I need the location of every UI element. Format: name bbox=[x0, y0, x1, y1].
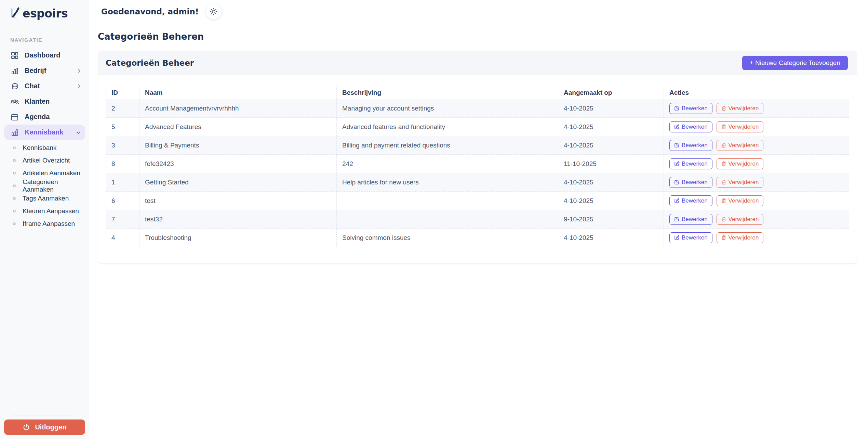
cell-beschrijving: Help articles for new users bbox=[337, 173, 558, 192]
sidebar-item-label: Klanten bbox=[25, 98, 50, 105]
delete-button[interactable]: Verwijderen bbox=[717, 103, 764, 114]
submenu-item-tags-aanmaken[interactable]: Tags Aanmaken bbox=[0, 192, 89, 205]
submenu-item-artikel-overzicht[interactable]: Artikel Overzicht bbox=[0, 154, 89, 167]
calendar-icon bbox=[10, 113, 19, 121]
bullet-icon bbox=[13, 222, 16, 225]
edit-button[interactable]: Bewerken bbox=[669, 158, 712, 169]
cell-aangemaakt-op: 4-10-2025 bbox=[558, 136, 664, 155]
cell-acties: Bewerken Verwijdere bbox=[664, 173, 849, 192]
cell-aangemaakt-op: 9-10-2025 bbox=[558, 210, 664, 229]
add-category-button[interactable]: + Nieuwe Categorie Toevoegen bbox=[742, 56, 848, 70]
cell-id: 8 bbox=[106, 155, 139, 173]
card-header: Categorieën Beheer + Nieuwe Categorie To… bbox=[98, 51, 857, 75]
cell-acties: Bewerken Verwijdere bbox=[664, 192, 849, 210]
delete-button[interactable]: Verwijderen bbox=[717, 232, 764, 243]
cell-aangemaakt-op: 4-10-2025 bbox=[558, 229, 664, 247]
edit-button[interactable]: Bewerken bbox=[669, 121, 712, 132]
table-row: 4 Troubleshooting Solving common issues … bbox=[106, 229, 849, 247]
chat-icon bbox=[10, 82, 19, 91]
column-header-aangemaakt-op: Aangemaakt op bbox=[558, 86, 664, 99]
delete-button[interactable]: Verwijderen bbox=[717, 121, 764, 132]
bullet-icon bbox=[13, 197, 16, 200]
delete-button[interactable]: Verwijderen bbox=[717, 140, 764, 151]
card-title: Categorieën Beheer bbox=[106, 59, 194, 67]
edit-pencil-icon bbox=[674, 217, 679, 222]
cell-acties: Bewerken Verwijdere bbox=[664, 155, 849, 173]
cell-aangemaakt-op: 11-10-2025 bbox=[558, 155, 664, 173]
edit-pencil-icon bbox=[674, 235, 679, 240]
submenu-item-artikelen-aanmaken[interactable]: Artikelen Aanmaken bbox=[0, 167, 89, 179]
edit-button[interactable]: Bewerken bbox=[669, 195, 712, 206]
cell-beschrijving: Managing your account settings bbox=[337, 99, 558, 118]
brand-name: espoirs bbox=[23, 7, 68, 20]
edit-button[interactable]: Bewerken bbox=[669, 232, 712, 243]
trash-icon bbox=[721, 198, 726, 203]
delete-button[interactable]: Verwijderen bbox=[717, 195, 764, 206]
delete-button[interactable]: Verwijderen bbox=[717, 158, 764, 169]
cell-beschrijving bbox=[337, 210, 558, 229]
trash-icon bbox=[721, 124, 726, 129]
cell-aangemaakt-op: 4-10-2025 bbox=[558, 173, 664, 192]
edit-button[interactable]: Bewerken bbox=[669, 103, 712, 114]
brand-logo[interactable]: espoirs bbox=[0, 0, 89, 21]
table-row: 3 Billing & Payments Billing and payment… bbox=[106, 136, 849, 155]
cell-beschrijving: Advanced features and functionality bbox=[337, 118, 558, 136]
cell-naam: test32 bbox=[139, 210, 337, 229]
bullet-icon bbox=[13, 184, 16, 187]
trash-icon bbox=[721, 143, 726, 148]
edit-pencil-icon bbox=[674, 198, 679, 203]
table-row: 5 Advanced Features Advanced features an… bbox=[106, 118, 849, 136]
edit-button[interactable]: Bewerken bbox=[669, 214, 712, 225]
edit-pencil-icon bbox=[674, 161, 679, 166]
brand-logo-icon bbox=[8, 6, 22, 21]
dashboard-icon bbox=[10, 51, 19, 60]
column-header-beschrijving: Beschrijving bbox=[337, 86, 558, 99]
cell-id: 5 bbox=[106, 118, 139, 136]
sidebar: espoirs NAVIGATIE Dashboard Bedrijf bbox=[0, 0, 89, 439]
sidebar-item-label: Kennisbank bbox=[25, 128, 63, 136]
trash-icon bbox=[721, 180, 726, 185]
cell-acties: Bewerken Verwijdere bbox=[664, 229, 849, 247]
cell-naam: Troubleshooting bbox=[139, 229, 337, 247]
bar-chart-icon bbox=[10, 66, 19, 75]
sidebar-item-dashboard[interactable]: Dashboard bbox=[0, 48, 89, 63]
submenu-item-categorieen-aanmaken[interactable]: Categorieën Aanmaken bbox=[0, 179, 89, 192]
cell-naam: Account Managementvrvrvrhhhh bbox=[139, 99, 337, 118]
column-header-id: ID bbox=[106, 86, 139, 99]
sidebar-item-agenda[interactable]: Agenda bbox=[0, 109, 89, 125]
submenu-item-kennisbank[interactable]: Kennisbank bbox=[0, 141, 89, 154]
main-content: Categorieën Beheren Categorieën Beheer +… bbox=[89, 23, 868, 439]
users-icon bbox=[10, 97, 19, 106]
chevron-right-icon bbox=[76, 83, 82, 89]
edit-button[interactable]: Bewerken bbox=[669, 177, 712, 188]
sidebar-divider bbox=[12, 415, 75, 415]
sidebar-item-label: Agenda bbox=[25, 113, 50, 121]
cell-id: 4 bbox=[106, 229, 139, 247]
bar-chart-icon bbox=[10, 128, 19, 137]
submenu-item-iframe-aanpassen[interactable]: Iframe Aanpassen bbox=[0, 217, 89, 230]
edit-pencil-icon bbox=[674, 180, 679, 185]
logout-button[interactable]: Uitloggen bbox=[4, 419, 85, 435]
cell-naam: test bbox=[139, 192, 337, 210]
sidebar-item-klanten[interactable]: Klanten bbox=[0, 94, 89, 109]
sidebar-item-bedrijf[interactable]: Bedrijf bbox=[0, 63, 89, 78]
sun-icon bbox=[210, 8, 218, 16]
cell-beschrijving: 242 bbox=[337, 155, 558, 173]
theme-toggle-button[interactable] bbox=[206, 4, 221, 19]
sidebar-item-kennisbank[interactable]: Kennisbank bbox=[4, 125, 85, 140]
cell-acties: Bewerken Verwijdere bbox=[664, 118, 849, 136]
edit-button[interactable]: Bewerken bbox=[669, 140, 712, 151]
delete-button[interactable]: Verwijderen bbox=[717, 177, 764, 188]
column-header-naam: Naam bbox=[139, 86, 337, 99]
cell-naam: Billing & Payments bbox=[139, 136, 337, 155]
submenu-item-kleuren-aanpassen[interactable]: Kleuren Aanpassen bbox=[0, 205, 89, 217]
trash-icon bbox=[721, 217, 726, 222]
sidebar-item-label: Chat bbox=[25, 82, 40, 90]
cell-acties: Bewerken Verwijdere bbox=[664, 99, 849, 118]
delete-button[interactable]: Verwijderen bbox=[717, 214, 764, 225]
sidebar-item-chat[interactable]: Chat bbox=[0, 78, 89, 94]
trash-icon bbox=[721, 106, 726, 111]
table-header-row: ID Naam Beschrijving Aangemaakt op Actie… bbox=[106, 86, 849, 99]
column-header-acties: Acties bbox=[664, 86, 849, 99]
sidebar-item-label: Bedrijf bbox=[25, 67, 46, 75]
